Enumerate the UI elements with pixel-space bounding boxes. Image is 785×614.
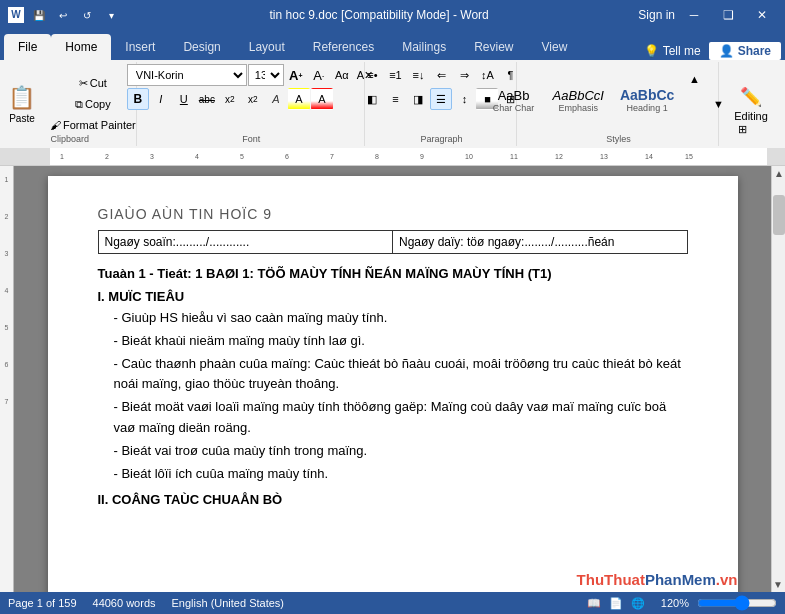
vertical-scrollbar[interactable]: ▲ ▼	[771, 166, 785, 592]
highlight-color-button[interactable]: A	[288, 88, 310, 110]
increase-indent-button[interactable]: ⇒	[453, 64, 475, 86]
line-spacing-button[interactable]: ↕	[453, 88, 475, 110]
tab-bar-right: 💡 Tell me 👤 Share	[644, 42, 781, 60]
print-layout-icon[interactable]: 📄	[609, 597, 623, 610]
font-size-select[interactable]: 13	[248, 64, 284, 86]
tab-home[interactable]: Home	[51, 34, 111, 60]
section2-title: II. COÂNG TAÙC CHUAÅN BÒ	[98, 492, 688, 507]
list-item: - Bieát lôïi ích cuûa maïng maùy tính.	[98, 464, 688, 485]
font-format-row: B I U abc x2 x2 A A A	[127, 88, 333, 110]
styles-group: AaBb Char Char AaBbCcI Emphasis AaBbCc H…	[519, 62, 719, 146]
clipboard-content: 📋 Paste ✂ Cut ⧉ Copy 🖌 Format Painter	[0, 64, 140, 144]
language: English (United States)	[172, 597, 285, 609]
editing-button[interactable]: ✏️ Editing	[726, 82, 776, 126]
shrink-font-button[interactable]: A-	[308, 64, 330, 86]
font-name-select[interactable]: VNI-Korin	[127, 64, 247, 86]
editing-group: ✏️ Editing	[721, 62, 781, 146]
tab-insert[interactable]: Insert	[111, 34, 169, 60]
tab-references[interactable]: References	[299, 34, 388, 60]
watermark: ThuThuatPhanMem.vn	[577, 571, 738, 588]
tab-mailings[interactable]: Mailings	[388, 34, 460, 60]
tell-me-area[interactable]: 💡 Tell me	[644, 44, 701, 58]
tab-file[interactable]: File	[4, 34, 51, 60]
close-button[interactable]: ✕	[747, 1, 777, 29]
clipboard-group: 📋 Paste ✂ Cut ⧉ Copy 🖌 Format Painter Cl…	[4, 62, 137, 146]
strikethrough-button[interactable]: abc	[196, 88, 218, 110]
editing-label: Editing	[734, 110, 768, 122]
scrollbar-thumb[interactable]	[773, 195, 785, 235]
change-case-button[interactable]: Aα	[331, 64, 353, 86]
save-button[interactable]: 💾	[30, 6, 48, 24]
font-name-row: VNI-Korin 13 A+ A- Aα A✕	[127, 64, 376, 86]
customize-qat-button[interactable]: ▾	[102, 6, 120, 24]
underline-button[interactable]: U	[173, 88, 195, 110]
copy-icon: ⧉	[75, 98, 83, 111]
align-right-button[interactable]: ◨	[407, 88, 429, 110]
ruler-mark-1: 1	[60, 153, 64, 160]
style-char-char-preview: AaBb	[498, 88, 530, 103]
share-button[interactable]: 👤 Share	[709, 42, 781, 60]
main-area: 1 2 3 4 5 6 7 GIAÙO AÙN TIN HOÏC 9 Ngaøy…	[0, 166, 785, 592]
vertical-ruler: 1 2 3 4 5 6 7	[0, 166, 14, 592]
editing-content: ✏️ Editing	[726, 64, 776, 144]
numbering-button[interactable]: ≡1	[384, 64, 406, 86]
restore-button[interactable]: ❑	[713, 1, 743, 29]
ruler-mark-7: 7	[330, 153, 334, 160]
text-effects-button[interactable]: A	[265, 88, 287, 110]
list-item: - Caùc thaønh phaàn cuûa maïng: Caùc thi…	[98, 354, 688, 396]
align-left-button[interactable]: ◧	[361, 88, 383, 110]
italic-button[interactable]: I	[150, 88, 172, 110]
scroll-down-button[interactable]: ▼	[771, 577, 785, 592]
section1-title: I. MUÏC TIEÂU	[98, 289, 688, 304]
decrease-indent-button[interactable]: ⇐	[430, 64, 452, 86]
minimize-button[interactable]: ─	[679, 1, 709, 29]
signin-link[interactable]: Sign in	[638, 8, 675, 22]
font-color-button[interactable]: A	[311, 88, 333, 110]
list-item: - Giuùp HS hieåu vì sao caàn maïng maùy …	[98, 308, 688, 329]
tab-design[interactable]: Design	[169, 34, 234, 60]
list-item: - Bieát vai troø cuûa maùy tính trong ma…	[98, 441, 688, 462]
paste-label: Paste	[9, 113, 35, 124]
cut-button[interactable]: ✂ Cut	[46, 73, 140, 93]
window-title: tin hoc 9.doc [Compatibility Mode] - Wor…	[120, 8, 638, 22]
copy-button[interactable]: ⧉ Copy	[46, 94, 140, 114]
style-heading1[interactable]: AaBbCc Heading 1	[613, 64, 681, 136]
share-label: Share	[738, 44, 771, 58]
tab-layout[interactable]: Layout	[235, 34, 299, 60]
styles-group-label: Styles	[606, 134, 631, 144]
document-scroll-area[interactable]: GIAÙO AÙN TIN HOÏC 9 Ngaøy soaïn:.......…	[14, 166, 771, 592]
justify-button[interactable]: ☰	[430, 88, 452, 110]
paste-button[interactable]: 📋 Paste	[0, 81, 44, 128]
scroll-up-button[interactable]: ▲	[772, 166, 785, 181]
redo-button[interactable]: ↺	[78, 6, 96, 24]
zoom-slider[interactable]	[697, 598, 777, 608]
grow-font-button[interactable]: A+	[285, 64, 307, 86]
title-bar: W 💾 ↩ ↺ ▾ tin hoc 9.doc [Compatibility M…	[0, 0, 785, 30]
tab-review[interactable]: Review	[460, 34, 527, 60]
align-center-button[interactable]: ≡	[384, 88, 406, 110]
word-count: 44060 words	[93, 597, 156, 609]
style-char-char[interactable]: AaBb Char Char	[484, 64, 544, 136]
multilevel-button[interactable]: ≡↓	[407, 64, 429, 86]
tab-view[interactable]: View	[528, 34, 582, 60]
web-layout-icon[interactable]: 🌐	[631, 597, 645, 610]
style-emphasis[interactable]: AaBbCcI Emphasis	[546, 64, 611, 136]
ruler-left-margin	[0, 148, 50, 165]
style-heading1-preview: AaBbCc	[620, 87, 674, 103]
style-heading1-label: Heading 1	[627, 103, 668, 113]
undo-button[interactable]: ↩	[54, 6, 72, 24]
superscript-button[interactable]: x2	[242, 88, 264, 110]
style-emphasis-label: Emphasis	[558, 103, 598, 113]
read-mode-icon[interactable]: 📖	[587, 597, 601, 610]
cut-label: Cut	[90, 77, 107, 89]
subscript-button[interactable]: x2	[219, 88, 241, 110]
font-content: VNI-Korin 13 A+ A- Aα A✕ B I U abc x2 x2…	[127, 64, 376, 144]
bullets-button[interactable]: ≡•	[361, 64, 383, 86]
styles-scroll-up[interactable]: ▲	[683, 68, 705, 90]
ruler-mark-13: 13	[600, 153, 608, 160]
document-page: GIAÙO AÙN TIN HOÏC 9 Ngaøy soaïn:.......…	[48, 176, 738, 592]
status-bar: Page 1 of 159 44060 words English (Unite…	[0, 592, 785, 614]
bold-button[interactable]: B	[127, 88, 149, 110]
paste-icon: 📋	[8, 85, 35, 111]
format-painter-button[interactable]: 🖌 Format Painter	[46, 115, 140, 135]
